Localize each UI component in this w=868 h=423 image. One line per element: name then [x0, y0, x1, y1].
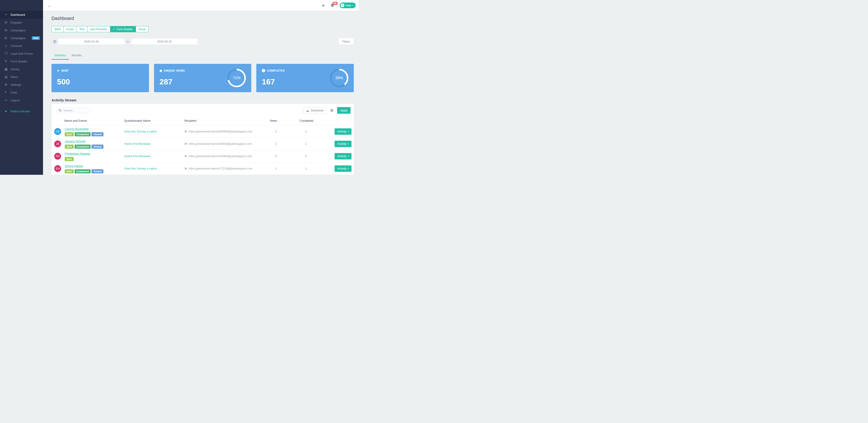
contact-name-link[interactable]: Jessica Schmitt [65, 139, 85, 143]
sidebar-item-library[interactable]: ▦ Library [0, 65, 43, 73]
tab-label: Email [66, 28, 73, 31]
browser-window-icon: ❐ [5, 52, 10, 55]
gear-icon: ⚙ [5, 83, 10, 87]
notifications-bell[interactable]: 99 [330, 3, 335, 7]
dispatch-icon: ✉ [5, 21, 10, 24]
questionnaire-link[interactable]: Home Pre-Renewal [124, 155, 184, 158]
sidebar-item-label: Settings [10, 83, 40, 87]
activity-dropdown-button[interactable]: Activity ▾ [335, 153, 351, 159]
sidebar-item-dashboard[interactable]: ◔ Dashboard [0, 11, 43, 19]
activity-dropdown-button[interactable]: Activity ▾ [335, 141, 351, 147]
paper-plane-icon: ➤ [56, 68, 60, 73]
topbar: ← ★ 99 ? Help ▾ [43, 0, 359, 11]
activity-label: Activity [337, 142, 346, 145]
status-badge-sent: Sent [65, 132, 74, 136]
search-input[interactable] [63, 109, 88, 112]
sidebar-item-label: Logout [10, 99, 40, 102]
contact-name-link[interactable]: Frederique Heaney [65, 152, 90, 155]
questionnaire-link[interactable]: Give this Survey a name [124, 167, 184, 170]
sidebar-item-refer-a-broker[interactable]: ➤ Refer-a-Broker [0, 107, 43, 115]
page-content: Dashboard BMS Email Text Net Promoter ✓ … [43, 11, 359, 175]
status-badge-sent: Sent [65, 157, 74, 161]
table-row: EH Elvera Harber Sent Completed Viewed G… [52, 162, 354, 175]
card-label-text: COMPLETED [267, 69, 285, 72]
sidebar-item-settings[interactable]: ⚙ Settings [0, 81, 43, 89]
activity-label: Activity [337, 167, 346, 170]
status-badge-viewed: Viewed [92, 132, 103, 136]
tab-email[interactable]: Email [64, 26, 76, 32]
tab-text[interactable]: Text [76, 26, 87, 32]
activity-dropdown-button[interactable]: Activity ▾ [335, 165, 351, 172]
avatar: FH [54, 153, 61, 160]
back-arrow-icon[interactable]: ← [47, 3, 52, 8]
cloud-download-icon: ☁↓ [306, 109, 309, 112]
topbar-actions: ★ 99 ? Help ▾ [321, 2, 355, 8]
check-icon: ✓ [113, 28, 115, 31]
help-button[interactable]: ? Help ▾ [340, 2, 355, 8]
completed-count: 0 [300, 155, 331, 158]
table-row: FH Frederique Heaney Sent Home Pre-Renew… [52, 150, 354, 162]
col-header-recipient: Recipient [184, 117, 270, 125]
tab-results[interactable]: Results [69, 51, 84, 60]
toolbar-actions: ☁↓ Download ⚙ Apply [303, 107, 350, 114]
status-badge-completed: Completed [74, 144, 91, 149]
activity-dropdown-button[interactable]: Activity ▾ [335, 128, 351, 135]
channel-tab-group: BMS Email Text Net Promoter ✓ Form Build… [52, 26, 354, 32]
sidebar-item-dispatch[interactable]: ✉ Dispatch [0, 19, 43, 26]
contacts-icon: ☺ [5, 44, 10, 47]
start-date-input[interactable] [58, 38, 124, 44]
card-label: ➤ SENT [57, 69, 144, 72]
activity-label: Activity [337, 155, 346, 158]
sidebar-item-lead-gen-forms[interactable]: ❐ Lead Gen Forms [0, 50, 43, 58]
download-label: Download [311, 109, 323, 112]
check-circle-icon: ✓ [262, 69, 265, 72]
questionnaire-link[interactable]: Home Pre-Renewal [124, 142, 184, 145]
chevron-down-icon: ▾ [348, 167, 349, 170]
table-row: CB Connor Buckridge Sent Completed Viewe… [52, 125, 354, 138]
contact-name-link[interactable]: Connor Buckridge [65, 127, 89, 131]
date-range-picker: to [52, 38, 198, 45]
apply-button[interactable]: Apply [337, 107, 350, 114]
views-count: 1 [270, 142, 300, 145]
sidebar-item-logout[interactable]: ↩ Logout [0, 96, 43, 104]
tab-label: Kiosk [139, 28, 146, 31]
tab-net-promoter[interactable]: Net Promoter [87, 26, 110, 32]
megaphone-icon: ➤ [5, 109, 10, 113]
table-row: JS Jessica Schmitt Sent Completed Viewed [52, 138, 354, 150]
sidebar-item-plans[interactable]: ▤ Plans [0, 73, 43, 81]
sidebar-item-campaigns-new[interactable]: ⧉ Campaigns New [0, 34, 43, 42]
table-settings-gear-icon[interactable]: ⚙ [330, 109, 333, 112]
completed-percent: 39% [330, 76, 349, 80]
tab-statistics[interactable]: Statistics [52, 51, 69, 60]
col-header-completed: Completed [300, 117, 331, 125]
status-badge-sent: Sent [65, 144, 74, 149]
logout-icon: ↩ [5, 98, 10, 102]
event-badges: Sent Completed Viewed [65, 132, 103, 136]
tab-form-builder[interactable]: ✓ Form Builder [110, 26, 136, 32]
download-button[interactable]: ☁↓ Download [303, 107, 327, 114]
tab-kiosk[interactable]: Kiosk [136, 26, 149, 32]
card-label-text: SENT [61, 69, 69, 72]
sidebar-item-label: Contacts [10, 44, 40, 47]
image-icon: ▦ [5, 67, 10, 71]
sidebar-item-chat[interactable]: ❝ Chat [0, 89, 43, 96]
sidebar-item-label: Lead Gen Forms [10, 52, 40, 55]
favorite-star-icon[interactable]: ★ [321, 3, 325, 8]
tab-bms[interactable]: BMS [52, 26, 64, 32]
card-label-text: UNIQUE VIEWS [164, 69, 185, 72]
col-header-name-events: Name and Events [52, 117, 124, 125]
sidebar-item-label: Form Builder [10, 60, 40, 63]
event-badges: Sent [65, 157, 90, 161]
contact-name-link[interactable]: Elvera Harber [65, 164, 83, 168]
sidebar-item-form-builder[interactable]: ✎ Form Builder [0, 58, 43, 65]
date-range-separator: to [124, 38, 131, 44]
sidebar-item-contacts[interactable]: ☺ Contacts [0, 42, 43, 50]
eye-icon: ◉ [159, 69, 162, 72]
avatar: CB [54, 128, 61, 135]
questionnaire-link[interactable]: Give this Survey a name [124, 130, 184, 133]
search-box [56, 107, 91, 113]
sidebar-item-label: Plans [10, 75, 40, 79]
filters-button[interactable]: Filters [339, 38, 354, 45]
sidebar-item-campaigns[interactable]: ✉ Campaigns [0, 26, 43, 34]
end-date-input[interactable] [131, 38, 198, 44]
